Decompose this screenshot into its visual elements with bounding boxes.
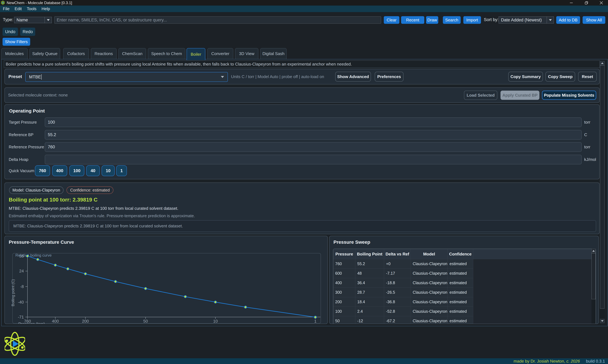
preset-label: Preset [8,69,22,84]
recent-button[interactable]: Recent [401,16,424,24]
field-input-delta-hvap[interactable] [45,155,582,164]
title-bar: NewChem - Molecule Database [0.3.1] [0,0,608,6]
copy-summary-button[interactable]: Copy Summary [508,72,543,82]
tab-reactions[interactable]: Reactions [91,48,117,59]
app-logo-icon [1,0,5,5]
menu-bar: FileEditToolsHelp [0,6,608,12]
table-row[interactable]: 20018.4-36.8Clausius-Clapeyronestimated [333,297,473,307]
table-cell: estimated [448,316,473,324]
svg-text:24: 24 [19,269,24,273]
pressure-sweep-table: PressureBoiling PointDelta vs RefModelCo… [333,249,596,324]
search-placeholder: Enter name, SMILES, InChI, CAS, or subst… [54,18,167,23]
sweep-title: Pressure Sweep [334,239,370,245]
tab-converter[interactable]: Converter [207,48,233,59]
tab-3d-view[interactable]: 3D View [235,48,258,59]
populate-missing-solvents-button[interactable]: Populate Missing Solvents [542,91,596,100]
quick-vacuum-400[interactable]: 400 [52,165,67,176]
table-cell: -36.8 [384,297,411,307]
column-header-model[interactable]: Model [411,249,448,259]
quick-vacuum-100[interactable]: 100 [69,165,84,176]
minimize-button[interactable] [564,0,579,6]
field-label-target-pressure: Target Pressure [9,117,37,127]
tab-digital-sash[interactable]: Digital Sash [260,48,287,59]
clear-button[interactable]: Clear [384,16,399,24]
table-cell: 760 [333,259,355,269]
add-to-db-button[interactable]: Add to DB [556,16,580,24]
svg-text:Boiling point (C): Boiling point (C) [11,279,15,306]
type-select-value: Name [14,18,45,23]
field-input-reference-bp[interactable]: 55.2 [45,130,582,140]
quick-vacuum-40[interactable]: 40 [86,165,100,176]
menu-file[interactable]: File [0,6,12,12]
show-advanced-button[interactable]: Show Advanced [335,72,371,82]
menu-tools[interactable]: Tools [24,6,39,12]
table-cell: 600 [333,269,355,278]
result-readonly-field[interactable]: MTBE: Clausius-Clapeyron predicts 2.3981… [9,220,596,232]
svg-text:400: 400 [52,319,59,324]
quick-vacuum-1[interactable]: 1 [116,165,127,176]
close-button[interactable] [594,0,608,6]
load-selected-button[interactable]: Load Selected [464,91,497,100]
confidence-badge: Confidence: estimated [67,186,113,194]
tab-safety-queue[interactable]: Safety Queue [29,48,60,59]
column-header-pressure[interactable]: Pressure [333,249,355,259]
apply-curated-bp-button[interactable]: Apply Curated BP [500,91,540,100]
page-scrollbar-up-button[interactable] [600,61,605,65]
table-cell: 18.4 [355,297,384,307]
menu-help[interactable]: Help [39,6,52,12]
preset-combobox[interactable]: MTBE [25,72,228,82]
quick-vacuum-760[interactable]: 760 [35,165,50,176]
field-input-reference-pressure[interactable]: 760 [45,142,582,152]
svg-text:200: 200 [82,319,89,324]
table-row[interactable]: 76055.2+0Clausius-Clapeyronestimated [333,259,473,269]
page-scrollbar-thumb[interactable] [600,65,605,309]
maximize-restore-button[interactable] [579,0,594,6]
table-cell: -12 [355,316,384,324]
type-label: Type: [3,17,13,22]
pressure-temperature-chart: 5524-8-40-7176040020050101Pressure (torr… [5,236,327,324]
table-row[interactable]: 40036.4-18.8Clausius-Clapeyronestimated [333,278,473,288]
type-select[interactable]: Name [14,17,52,23]
preset-row-panel: Preset MTBE Units C / torr | Model Auto … [4,69,600,84]
column-header-boiling-point[interactable]: Boiling Point [355,249,384,259]
field-input-target-pressure[interactable]: 100 [45,117,582,127]
preferences-button[interactable]: Preferences [375,72,404,82]
tab-boiler[interactable]: Boiler [187,48,205,60]
table-row[interactable]: 1002.4-52.8Clausius-Clapeyronestimated [333,307,473,316]
sweep-scrollbar-up-button[interactable] [592,249,596,253]
table-cell: estimated [448,278,473,288]
sort-select-arrow-icon [547,17,554,23]
copy-sweep-button[interactable]: Copy Sweep [545,72,575,82]
column-header-delta-vs-ref[interactable]: Delta vs Ref [384,249,411,259]
preset-combobox-value: MTBE [26,75,41,79]
svg-text:-71: -71 [18,315,24,319]
result-detail-line: MTBE: Clausius-Clapeyron predicts 2.3981… [9,206,178,211]
draw-button[interactable]: Draw [426,16,438,24]
field-unit-reference-bp: C [584,130,587,140]
redo-button[interactable]: Redo [20,28,35,36]
credit-main: made by Dr. Josiah Newton, [513,359,565,364]
table-row[interactable]: 30028.7-26.5Clausius-Clapeyronestimated [333,288,473,297]
table-cell: 48 [355,269,384,278]
search-input[interactable]: Enter name, SMILES, InChI, CAS, or subst… [54,16,381,24]
quick-vacuum-10[interactable]: 10 [102,165,115,176]
tab-speech-to-chem[interactable]: Speech to Chem [148,48,185,59]
column-header-confidence[interactable]: Confidence [448,249,473,259]
import-button[interactable]: Import [463,16,481,24]
show-filters-button[interactable]: Show Filters [2,38,30,46]
table-cell: -7.17 [384,269,411,278]
table-row[interactable]: 50-12-67.2Clausius-Clapeyronestimated [333,316,473,324]
tab-chemscan[interactable]: ChemScan [119,48,146,59]
table-row[interactable]: 60048-7.17Clausius-Clapeyronestimated [333,269,473,278]
show-all-button[interactable]: Show All [582,16,605,24]
sweep-scrollbar-thumb[interactable] [592,253,596,299]
page-scrollbar-down-button[interactable] [600,319,605,323]
svg-text:-8: -8 [20,284,24,289]
menu-edit[interactable]: Edit [12,6,24,12]
tab-cofactors[interactable]: Cofactors [63,48,89,59]
undo-button[interactable]: Undo [2,28,18,36]
reset-button[interactable]: Reset [578,72,597,82]
search-button[interactable]: Search [443,16,461,24]
sort-select[interactable]: Date Added (Newest) [499,16,554,24]
tab-molecules[interactable]: Molecules [1,48,28,59]
